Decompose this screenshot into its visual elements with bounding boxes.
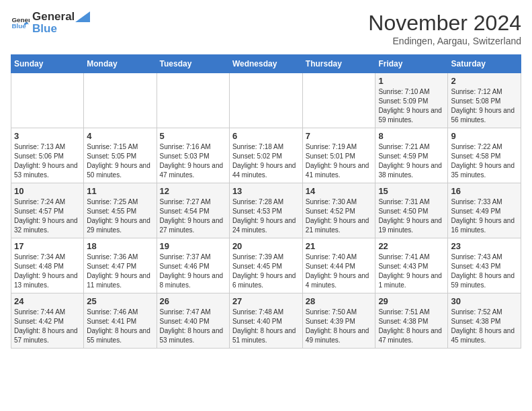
- day-info: Sunrise: 7:37 AMSunset: 4:46 PMDaylight:…: [160, 253, 226, 290]
- day-number: 1: [378, 76, 445, 86]
- calendar-cell: 7Sunrise: 7:19 AMSunset: 5:01 PMDaylight…: [302, 128, 375, 183]
- calendar-cell: 15Sunrise: 7:31 AMSunset: 4:50 PMDayligh…: [375, 183, 448, 238]
- day-number: 13: [232, 186, 300, 196]
- day-info: Sunrise: 7:10 AMSunset: 5:09 PMDaylight:…: [378, 87, 445, 125]
- svg-text:Blue: Blue: [11, 23, 26, 30]
- calendar-cell: 21Sunrise: 7:40 AMSunset: 4:44 PMDayligh…: [302, 238, 375, 293]
- day-info: Sunrise: 7:25 AMSunset: 4:55 PMDaylight:…: [87, 197, 153, 235]
- weekday-header-monday: Monday: [84, 55, 157, 73]
- calendar-cell: [229, 73, 302, 128]
- svg-marker-2: [75, 11, 90, 22]
- day-number: 5: [160, 131, 226, 141]
- calendar-week-row: 17Sunrise: 7:34 AMSunset: 4:48 PMDayligh…: [11, 238, 521, 293]
- day-number: 18: [87, 241, 153, 251]
- calendar-cell: 23Sunrise: 7:43 AMSunset: 4:43 PMDayligh…: [448, 238, 521, 293]
- page-header: General Blue General Blue November 2024 …: [11, 11, 521, 46]
- day-info: Sunrise: 7:31 AMSunset: 4:50 PMDaylight:…: [378, 197, 445, 235]
- calendar-cell: [11, 73, 84, 128]
- day-number: 6: [232, 131, 300, 141]
- calendar-week-row: 10Sunrise: 7:24 AMSunset: 4:57 PMDayligh…: [11, 183, 521, 238]
- logo: General Blue General Blue: [11, 11, 91, 36]
- day-info: Sunrise: 7:50 AMSunset: 4:39 PMDaylight:…: [306, 308, 373, 345]
- day-number: 26: [160, 296, 226, 306]
- day-number: 24: [14, 296, 81, 306]
- weekday-header-sunday: Sunday: [11, 55, 84, 73]
- day-info: Sunrise: 7:12 AMSunset: 5:08 PMDaylight:…: [451, 87, 518, 125]
- weekday-header-row: SundayMondayTuesdayWednesdayThursdayFrid…: [11, 55, 521, 73]
- logo-icon: General Blue: [11, 13, 30, 32]
- day-number: 4: [87, 131, 153, 141]
- calendar-cell: 25Sunrise: 7:46 AMSunset: 4:41 PMDayligh…: [84, 293, 157, 349]
- day-number: 14: [306, 186, 373, 196]
- day-number: 22: [378, 241, 445, 251]
- calendar-cell: 30Sunrise: 7:52 AMSunset: 4:38 PMDayligh…: [448, 293, 521, 349]
- day-info: Sunrise: 7:36 AMSunset: 4:47 PMDaylight:…: [87, 253, 153, 290]
- day-info: Sunrise: 7:19 AMSunset: 5:01 PMDaylight:…: [306, 142, 373, 180]
- calendar-cell: 16Sunrise: 7:33 AMSunset: 4:49 PMDayligh…: [448, 183, 521, 238]
- day-info: Sunrise: 7:44 AMSunset: 4:42 PMDaylight:…: [14, 308, 81, 345]
- calendar-week-row: 24Sunrise: 7:44 AMSunset: 4:42 PMDayligh…: [11, 293, 521, 349]
- weekday-header-friday: Friday: [375, 55, 448, 73]
- day-info: Sunrise: 7:48 AMSunset: 4:40 PMDaylight:…: [232, 308, 300, 345]
- day-info: Sunrise: 7:33 AMSunset: 4:49 PMDaylight:…: [451, 197, 518, 235]
- day-number: 21: [306, 241, 373, 251]
- calendar-cell: 2Sunrise: 7:12 AMSunset: 5:08 PMDaylight…: [448, 73, 521, 128]
- weekday-header-thursday: Thursday: [302, 55, 375, 73]
- calendar-cell: 19Sunrise: 7:37 AMSunset: 4:46 PMDayligh…: [157, 238, 229, 293]
- calendar-cell: [302, 73, 375, 128]
- day-number: 23: [451, 241, 518, 251]
- day-number: 28: [306, 296, 373, 306]
- calendar-cell: 13Sunrise: 7:28 AMSunset: 4:53 PMDayligh…: [229, 183, 302, 238]
- calendar-cell: 11Sunrise: 7:25 AMSunset: 4:55 PMDayligh…: [84, 183, 157, 238]
- day-info: Sunrise: 7:46 AMSunset: 4:41 PMDaylight:…: [87, 308, 153, 345]
- day-info: Sunrise: 7:22 AMSunset: 4:58 PMDaylight:…: [451, 142, 518, 180]
- day-number: 30: [451, 296, 518, 306]
- day-info: Sunrise: 7:16 AMSunset: 5:03 PMDaylight:…: [160, 142, 226, 180]
- calendar-cell: 9Sunrise: 7:22 AMSunset: 4:58 PMDaylight…: [448, 128, 521, 183]
- calendar-cell: 24Sunrise: 7:44 AMSunset: 4:42 PMDayligh…: [11, 293, 84, 349]
- day-info: Sunrise: 7:28 AMSunset: 4:53 PMDaylight:…: [232, 197, 300, 235]
- day-number: 29: [378, 296, 445, 306]
- logo-blue: Blue: [32, 22, 91, 36]
- day-number: 16: [451, 186, 518, 196]
- calendar-cell: 26Sunrise: 7:47 AMSunset: 4:40 PMDayligh…: [157, 293, 229, 349]
- calendar-cell: [84, 73, 157, 128]
- day-number: 10: [14, 186, 81, 196]
- day-info: Sunrise: 7:52 AMSunset: 4:38 PMDaylight:…: [451, 308, 518, 345]
- day-info: Sunrise: 7:18 AMSunset: 5:02 PMDaylight:…: [232, 142, 300, 180]
- page-subtitle: Endingen, Aargau, Switzerland: [368, 36, 521, 46]
- calendar-cell: 22Sunrise: 7:41 AMSunset: 4:43 PMDayligh…: [375, 238, 448, 293]
- day-number: 20: [232, 241, 300, 251]
- calendar-cell: 4Sunrise: 7:15 AMSunset: 5:05 PMDaylight…: [84, 128, 157, 183]
- calendar-cell: 8Sunrise: 7:21 AMSunset: 4:59 PMDaylight…: [375, 128, 448, 183]
- day-info: Sunrise: 7:15 AMSunset: 5:05 PMDaylight:…: [87, 142, 153, 180]
- logo-triangle: [75, 11, 90, 22]
- day-info: Sunrise: 7:27 AMSunset: 4:54 PMDaylight:…: [160, 197, 226, 235]
- calendar-cell: 10Sunrise: 7:24 AMSunset: 4:57 PMDayligh…: [11, 183, 84, 238]
- day-info: Sunrise: 7:24 AMSunset: 4:57 PMDaylight:…: [14, 197, 81, 235]
- title-block: November 2024 Endingen, Aargau, Switzerl…: [368, 11, 521, 46]
- calendar-cell: 1Sunrise: 7:10 AMSunset: 5:09 PMDaylight…: [375, 73, 448, 128]
- day-number: 3: [14, 131, 81, 141]
- calendar-table: SundayMondayTuesdayWednesdayThursdayFrid…: [11, 54, 521, 349]
- day-number: 27: [232, 296, 300, 306]
- calendar-week-row: 1Sunrise: 7:10 AMSunset: 5:09 PMDaylight…: [11, 73, 521, 128]
- day-number: 8: [378, 131, 445, 141]
- day-number: 9: [451, 131, 518, 141]
- calendar-week-row: 3Sunrise: 7:13 AMSunset: 5:06 PMDaylight…: [11, 128, 521, 183]
- day-info: Sunrise: 7:34 AMSunset: 4:48 PMDaylight:…: [14, 253, 81, 290]
- weekday-header-saturday: Saturday: [448, 55, 521, 73]
- weekday-header-wednesday: Wednesday: [229, 55, 302, 73]
- day-number: 2: [451, 76, 518, 86]
- weekday-header-tuesday: Tuesday: [157, 55, 229, 73]
- day-number: 11: [87, 186, 153, 196]
- day-info: Sunrise: 7:13 AMSunset: 5:06 PMDaylight:…: [14, 142, 81, 180]
- day-info: Sunrise: 7:40 AMSunset: 4:44 PMDaylight:…: [306, 253, 373, 290]
- day-info: Sunrise: 7:30 AMSunset: 4:52 PMDaylight:…: [306, 197, 373, 235]
- calendar-cell: 18Sunrise: 7:36 AMSunset: 4:47 PMDayligh…: [84, 238, 157, 293]
- calendar-cell: 6Sunrise: 7:18 AMSunset: 5:02 PMDaylight…: [229, 128, 302, 183]
- day-info: Sunrise: 7:43 AMSunset: 4:43 PMDaylight:…: [451, 253, 518, 290]
- calendar-cell: 5Sunrise: 7:16 AMSunset: 5:03 PMDaylight…: [157, 128, 229, 183]
- day-number: 7: [306, 131, 373, 141]
- calendar-cell: 12Sunrise: 7:27 AMSunset: 4:54 PMDayligh…: [157, 183, 229, 238]
